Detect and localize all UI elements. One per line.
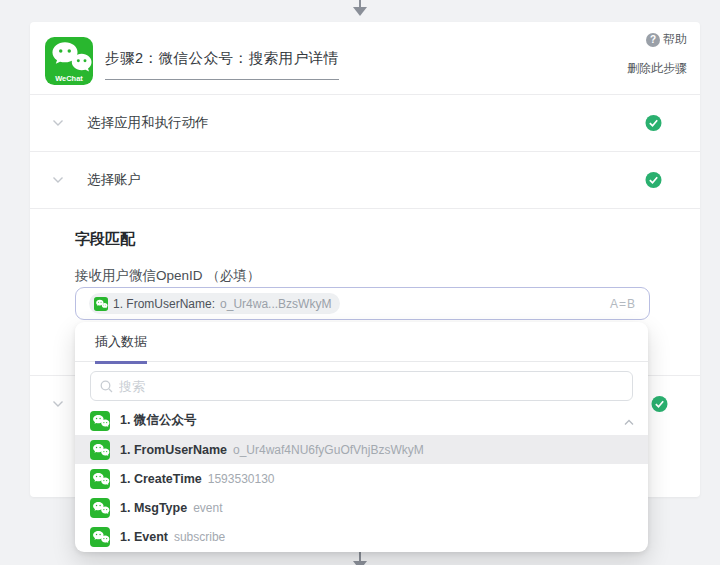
data-item-row-createtime[interactable]: 1. CreateTime 1593530130 xyxy=(75,464,648,493)
chevron-down-icon xyxy=(52,400,64,408)
insert-data-dropdown: 插入数据 1. 微信公众号 1. FromUserName o_Ur4waf4N… xyxy=(75,322,648,552)
data-item-name: 1. CreateTime xyxy=(120,472,202,486)
wechat-mini-icon xyxy=(94,297,108,311)
wechat-app-icon: WeChat xyxy=(45,37,93,85)
wechat-mini-icon xyxy=(90,527,110,547)
flow-arrow-bottom xyxy=(353,552,367,565)
data-item-name: 1. FromUserName xyxy=(120,443,227,457)
wechat-mini-icon xyxy=(90,498,110,518)
field-match-title: 字段匹配 xyxy=(75,230,135,249)
data-item-name: 1. MsgType xyxy=(120,501,187,515)
mapped-field-tag[interactable]: 1. FromUserName: o_Ur4wa...BzsWkyM xyxy=(89,293,340,314)
data-item-value: event xyxy=(193,501,222,515)
tab-insert-data[interactable]: 插入数据 xyxy=(95,333,147,364)
step-header: WeChat 步骤2：微信公众号：搜索用户详情 ? 帮助 删除此步骤 xyxy=(30,22,700,95)
tag-field-name: 1. FromUserName: xyxy=(113,297,215,311)
question-icon: ? xyxy=(646,33,660,47)
help-button[interactable]: ? 帮助 xyxy=(646,31,687,48)
flow-arrow-top xyxy=(353,0,367,16)
data-group-label: 1. 微信公众号 xyxy=(120,412,196,429)
success-check-icon xyxy=(645,172,662,189)
data-item-name: 1. Event xyxy=(120,530,168,544)
section-label: 选择账户 xyxy=(87,171,141,189)
formula-mode-toggle[interactable]: A=B xyxy=(610,297,636,311)
data-item-value: 1593530130 xyxy=(208,472,275,486)
help-label: 帮助 xyxy=(663,31,687,48)
chevron-up-icon[interactable] xyxy=(624,412,634,430)
chevron-down-icon xyxy=(52,176,64,184)
data-item-row-msgtype[interactable]: 1. MsgType event xyxy=(75,493,648,522)
wechat-mini-icon xyxy=(90,440,110,460)
data-item-row-event[interactable]: 1. Event subscribe xyxy=(75,522,648,551)
data-search-input[interactable] xyxy=(119,379,623,394)
dropdown-tabbar: 插入数据 xyxy=(75,322,648,362)
wechat-mini-icon xyxy=(90,469,110,489)
data-group-row[interactable]: 1. 微信公众号 xyxy=(75,406,648,435)
openid-input[interactable]: 1. FromUserName: o_Ur4wa...BzsWkyM A=B xyxy=(75,287,650,320)
wechat-mini-icon xyxy=(90,411,110,431)
data-search-box[interactable] xyxy=(90,371,633,401)
data-item-value: o_Ur4waf4NU6fyGuOfVhjBzsWkyM xyxy=(233,443,424,457)
delete-step-button[interactable]: 删除此步骤 xyxy=(627,60,687,77)
data-item-value: subscribe xyxy=(174,530,225,544)
section-label: 选择应用和执行动作 xyxy=(87,114,209,132)
section-account[interactable]: 选择账户 xyxy=(30,152,700,209)
success-check-icon xyxy=(651,396,668,413)
success-check-icon xyxy=(645,115,662,132)
chevron-down-icon xyxy=(52,119,64,127)
data-item-row-fromusername[interactable]: 1. FromUserName o_Ur4waf4NU6fyGuOfVhjBzs… xyxy=(75,435,648,464)
openid-field-label: 接收用户微信OpenID （必填） xyxy=(75,267,260,285)
tag-field-value: o_Ur4wa...BzsWkyM xyxy=(220,297,331,311)
step-title[interactable]: 步骤2：微信公众号：搜索用户详情 xyxy=(105,49,339,80)
svg-text:WeChat: WeChat xyxy=(55,74,83,83)
section-app-action[interactable]: 选择应用和执行动作 xyxy=(30,95,700,152)
search-icon xyxy=(100,380,113,393)
data-list: 1. 微信公众号 1. FromUserName o_Ur4waf4NU6fyG… xyxy=(75,406,648,551)
